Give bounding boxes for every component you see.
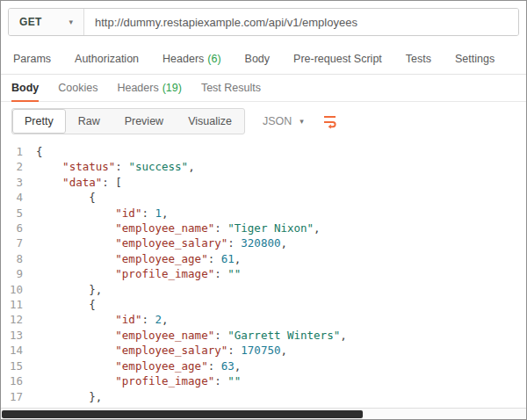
code-line: 12 "id": 2, xyxy=(1,312,526,327)
tab-label: Headers xyxy=(162,53,204,65)
code-line: 15 "employee_age": 63, xyxy=(1,358,526,373)
request-tabs: ParamsAuthorizationHeaders(6)BodyPre-req… xyxy=(1,43,526,75)
line-content: "profile_image": "" xyxy=(36,266,241,281)
method-select[interactable]: GET ▾ xyxy=(9,9,84,35)
code-line: 10 }, xyxy=(1,282,526,297)
line-content: "profile_image": "" xyxy=(36,373,241,388)
line-content: "status": "success", xyxy=(36,159,195,174)
line-number: 17 xyxy=(1,389,36,404)
method-label: GET xyxy=(19,16,42,28)
line-number: 5 xyxy=(1,206,36,221)
line-content: }, xyxy=(36,282,102,297)
response-tab-cookies[interactable]: Cookies xyxy=(58,75,97,101)
request-url-bar: GET ▾ xyxy=(1,1,526,43)
line-number: 2 xyxy=(1,159,36,174)
request-tab-settings[interactable]: Settings xyxy=(455,53,495,65)
postman-window: GET ▾ ParamsAuthorizationHeaders(6)BodyP… xyxy=(0,0,527,420)
tab-label: Params xyxy=(13,53,51,65)
line-content: "id": 1, xyxy=(36,206,169,221)
line-content: "employee_name": "Garrett Winters", xyxy=(36,328,347,343)
tab-label: Headers xyxy=(117,82,158,94)
tab-label: Body xyxy=(11,82,39,94)
code-line: 5 "id": 1, xyxy=(1,206,526,221)
line-content: "employee_name": "Tiger Nixon", xyxy=(36,221,321,235)
code-line: 11 { xyxy=(1,297,526,312)
code-line: 2 "status": "success", xyxy=(1,159,526,174)
line-number: 1 xyxy=(1,144,36,159)
line-number: 13 xyxy=(1,328,36,343)
tab-label: Tests xyxy=(406,53,431,65)
response-toolbar: PrettyRawPreviewVisualize JSON ▾ xyxy=(1,102,526,141)
line-content: "employee_salary": 320800, xyxy=(36,235,287,250)
code-line: 3 "data": [ xyxy=(1,175,526,190)
url-control: GET ▾ xyxy=(8,8,519,36)
format-select-value: JSON xyxy=(263,115,292,127)
horizontal-scrollbar[interactable] xyxy=(1,408,526,419)
chevron-down-icon: ▾ xyxy=(69,18,73,26)
view-mode-visualize[interactable]: Visualize xyxy=(176,109,244,134)
line-number: 16 xyxy=(1,373,36,388)
response-tab-headers[interactable]: Headers(19) xyxy=(117,75,181,101)
line-content: { xyxy=(36,144,43,159)
code-line: 14 "employee_salary": 170750, xyxy=(1,343,526,358)
request-tab-pre-request-script[interactable]: Pre-request Script xyxy=(293,53,382,65)
tab-label: Body xyxy=(245,53,271,65)
tab-count: (6) xyxy=(207,53,220,65)
url-input[interactable] xyxy=(84,9,518,35)
chevron-down-icon: ▾ xyxy=(300,117,304,126)
line-number: 6 xyxy=(1,221,36,235)
line-number: 8 xyxy=(1,251,36,266)
tab-label: Pre-request Script xyxy=(293,53,382,65)
code-line: 16 "profile_image": "" xyxy=(1,373,526,388)
tab-label: Cookies xyxy=(58,82,97,94)
line-number: 4 xyxy=(1,190,36,205)
line-content: "data": [ xyxy=(36,175,122,190)
response-body-json: 1{2 "status": "success",3 "data": [4 {5 … xyxy=(1,141,526,408)
request-tab-authorization[interactable]: Authorization xyxy=(75,53,139,65)
tab-label: Settings xyxy=(455,53,495,65)
code-line: 1{ xyxy=(1,144,526,159)
code-line: 8 "employee_age": 61, xyxy=(1,251,526,266)
line-content: }, xyxy=(36,389,102,404)
format-select[interactable]: JSON ▾ xyxy=(263,115,304,127)
view-mode-preview[interactable]: Preview xyxy=(112,109,176,134)
wrap-text-icon[interactable] xyxy=(321,113,338,129)
line-content: "employee_age": 63, xyxy=(36,358,241,373)
line-content: "id": 2, xyxy=(36,312,169,327)
tab-label: Test Results xyxy=(201,82,261,94)
line-number: 11 xyxy=(1,297,36,312)
line-number: 10 xyxy=(1,282,36,297)
line-content: { xyxy=(36,190,96,205)
view-mode-pretty[interactable]: Pretty xyxy=(12,109,66,134)
code-line: 13 "employee_name": "Garrett Winters", xyxy=(1,328,526,343)
line-number: 15 xyxy=(1,358,36,373)
request-tab-headers[interactable]: Headers(6) xyxy=(162,53,221,65)
response-tab-body[interactable]: Body xyxy=(11,75,39,101)
request-tab-body[interactable]: Body xyxy=(245,53,271,65)
view-mode-group: PrettyRawPreviewVisualize xyxy=(11,108,245,134)
scrollbar-thumb[interactable] xyxy=(2,410,363,418)
line-number: 3 xyxy=(1,175,36,190)
code-line: 17 }, xyxy=(1,389,526,404)
code-line: 4 { xyxy=(1,190,526,205)
code-line: 7 "employee_salary": 320800, xyxy=(1,235,526,250)
line-number: 9 xyxy=(1,266,36,281)
request-tab-params[interactable]: Params xyxy=(13,53,51,65)
request-tab-tests[interactable]: Tests xyxy=(406,53,431,65)
code-line: 9 "profile_image": "" xyxy=(1,266,526,281)
line-number: 12 xyxy=(1,312,36,327)
response-tabs: BodyCookiesHeaders(19)Test Results xyxy=(1,75,526,102)
code-line: 6 "employee_name": "Tiger Nixon", xyxy=(1,221,526,235)
line-content: "employee_salary": 170750, xyxy=(36,343,287,358)
tab-label: Authorization xyxy=(75,53,139,65)
line-content: { xyxy=(36,297,96,312)
line-number: 14 xyxy=(1,343,36,358)
view-mode-raw[interactable]: Raw xyxy=(66,109,112,134)
line-number: 7 xyxy=(1,235,36,250)
line-content: "employee_age": 61, xyxy=(36,251,241,266)
response-tab-test-results[interactable]: Test Results xyxy=(201,75,261,101)
tab-count: (19) xyxy=(162,82,182,94)
